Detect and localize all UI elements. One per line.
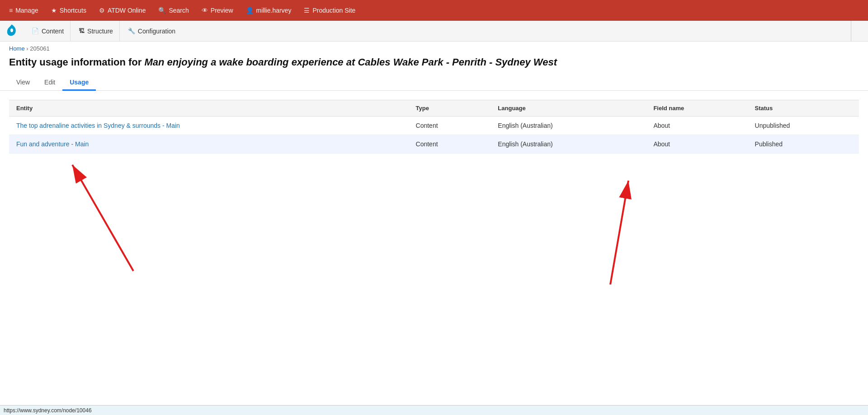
search-button[interactable]: 🔍 Search bbox=[153, 0, 194, 21]
table-header-row: Entity Type Language Field name Status bbox=[9, 100, 859, 116]
entity-link-1[interactable]: The top adrenaline activities in Sydney … bbox=[16, 122, 180, 129]
entity-cell-1: The top adrenaline activities in Sydney … bbox=[9, 116, 409, 135]
manage-button[interactable]: ≡ Manage bbox=[4, 0, 44, 21]
status-cell-1: Unpublished bbox=[748, 116, 859, 135]
col-status: Status bbox=[748, 100, 859, 116]
language-cell-2: English (Australian) bbox=[491, 135, 646, 153]
page-header: Entity usage information for Man enjoyin… bbox=[0, 54, 868, 75]
production-site-button[interactable]: ☰ Production Site bbox=[298, 0, 361, 21]
page-title: Entity usage information for Man enjoyin… bbox=[9, 56, 859, 70]
configuration-nav-item[interactable]: 🔧 Configuration bbox=[122, 21, 182, 41]
col-entity: Entity bbox=[9, 100, 409, 116]
field-cell-1: About bbox=[646, 116, 747, 135]
tab-view[interactable]: View bbox=[9, 75, 37, 91]
col-type: Type bbox=[409, 100, 491, 116]
type-cell-2: Content bbox=[409, 135, 491, 153]
preview-button[interactable]: 👁 Preview bbox=[196, 0, 239, 21]
structure-nav-item[interactable]: 🏗 Structure bbox=[72, 21, 120, 41]
page-tabs: View Edit Usage bbox=[0, 75, 868, 91]
atdw-online-button[interactable]: ⚙ ATDW Online bbox=[94, 0, 151, 21]
content-nav-icon: 📄 bbox=[32, 28, 39, 34]
top-navigation: ≡ Manage ★ Shortcuts ⚙ ATDW Online 🔍 Sea… bbox=[0, 0, 868, 21]
configuration-nav-icon: 🔧 bbox=[128, 28, 135, 34]
col-language: Language bbox=[491, 100, 646, 116]
drupal-logo[interactable] bbox=[4, 23, 20, 39]
user-menu[interactable]: 👤 millie.harvey bbox=[241, 0, 297, 21]
shortcuts-button[interactable]: ★ Shortcuts bbox=[46, 0, 92, 21]
language-cell-1: English (Australian) bbox=[491, 116, 646, 135]
eye-icon: 👁 bbox=[202, 7, 208, 14]
nav-right-divider bbox=[851, 21, 864, 41]
structure-nav-icon: 🏗 bbox=[79, 28, 85, 34]
gear-icon: ⚙ bbox=[99, 7, 105, 14]
table-row: Fun and adventure - Main Content English… bbox=[9, 135, 859, 153]
type-cell-1: Content bbox=[409, 116, 491, 135]
tab-usage[interactable]: Usage bbox=[62, 75, 96, 91]
content-area: Entity Type Language Field name Status T… bbox=[0, 91, 868, 163]
breadcrumb-home[interactable]: Home bbox=[9, 45, 25, 52]
star-icon: ★ bbox=[51, 7, 57, 14]
user-icon: 👤 bbox=[246, 7, 254, 14]
secondary-navigation: 📄 Content 🏗 Structure 🔧 Configuration bbox=[0, 21, 868, 42]
status-cell-2: Published bbox=[748, 135, 859, 153]
search-icon: 🔍 bbox=[158, 7, 166, 14]
list-icon: ☰ bbox=[304, 7, 310, 14]
breadcrumb: Home › 205061 bbox=[0, 42, 868, 54]
content-nav-item[interactable]: 📄 Content bbox=[25, 21, 71, 41]
tab-edit[interactable]: Edit bbox=[37, 75, 62, 91]
entity-link-2[interactable]: Fun and adventure - Main bbox=[16, 140, 89, 148]
breadcrumb-current: 205061 bbox=[30, 45, 49, 52]
breadcrumb-separator: › bbox=[26, 45, 28, 52]
usage-table: Entity Type Language Field name Status T… bbox=[9, 100, 859, 154]
hamburger-icon: ≡ bbox=[9, 7, 13, 14]
col-field-name: Field name bbox=[646, 100, 747, 116]
entity-cell-2: Fun and adventure - Main bbox=[9, 135, 409, 153]
table-row: The top adrenaline activities in Sydney … bbox=[9, 116, 859, 135]
field-cell-2: About bbox=[646, 135, 747, 153]
